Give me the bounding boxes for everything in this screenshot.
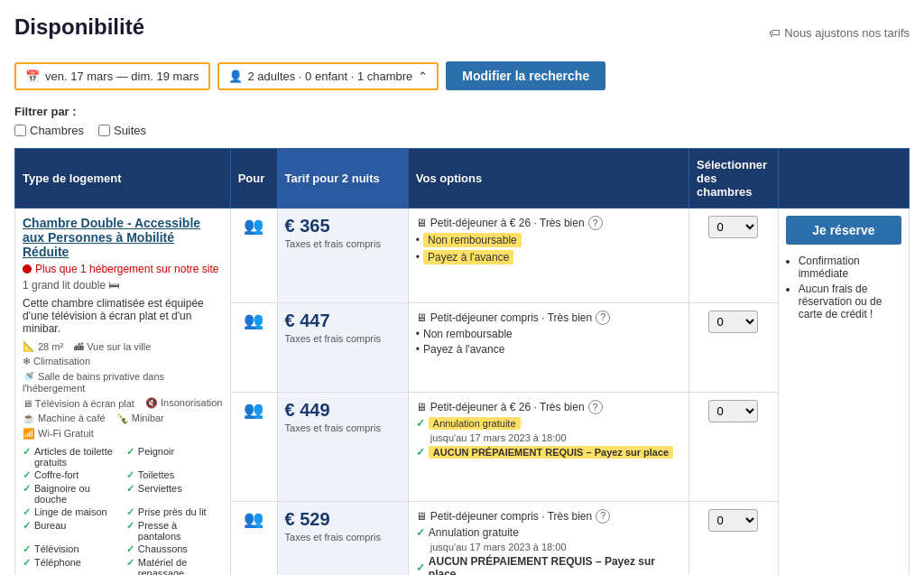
room-select-4[interactable]: 012 bbox=[708, 509, 758, 532]
pour-cell-2: 👥 bbox=[230, 302, 277, 392]
hebergement-warning: Plus que 1 hébergement sur notre site bbox=[23, 263, 223, 275]
payment-1: • Payez à l'avance bbox=[416, 250, 681, 264]
price-2: € 447 bbox=[285, 311, 401, 331]
options-cell-3: 🖥 Petit-déjeuner à € 26 · Très bien ? ✓ … bbox=[408, 393, 688, 502]
chevron-icon: ⌃ bbox=[418, 70, 428, 83]
amenity-bath: 🚿 Salle de bains privative dans l'héberg… bbox=[23, 371, 223, 394]
cancellation-tag-3: Annulation gratuite bbox=[429, 417, 521, 430]
search-bar: 📅 ven. 17 mars — dim. 19 mars 👤 2 adulte… bbox=[14, 61, 910, 90]
calendar-icon: 📅 bbox=[25, 70, 40, 83]
cancellation-2: • Non remboursable bbox=[416, 328, 681, 340]
info-icon-4[interactable]: ? bbox=[596, 509, 610, 524]
included-item: ✓Bureau bbox=[23, 520, 119, 542]
bed-type: 1 grand lit double 🛏 bbox=[23, 279, 223, 292]
included-item: ✓Serviettes bbox=[126, 483, 223, 505]
page-title: Disponibilité bbox=[14, 14, 144, 40]
options-cell-4: 🖥 Petit-déjeuner compris · Très bien ? ✓… bbox=[408, 501, 688, 575]
amenity-soundproof: 🔇 Insonorisation bbox=[145, 397, 223, 409]
payment-tag-1: Payez à l'avance bbox=[423, 250, 513, 264]
price-sub-3: Taxes et frais compris bbox=[285, 422, 401, 433]
bed-icon: 🛏 bbox=[108, 279, 119, 292]
cancellation-1: • Non remboursable bbox=[416, 233, 681, 247]
reserve-button[interactable]: Je réserve bbox=[786, 216, 901, 245]
included-item: ✓Téléphone bbox=[23, 557, 119, 575]
payment-tag-3: AUCUN PRÉPAIEMENT REQUIS – Payez sur pla… bbox=[429, 446, 673, 459]
amenities-list: 📐 28 m² 🏙 Vue sur la ville ❄ Climatisati… bbox=[23, 340, 223, 440]
breakfast-4: 🖥 Petit-déjeuner compris · Très bien ? bbox=[416, 509, 681, 524]
tarif-cell-1: € 365 Taxes et frais compris bbox=[277, 209, 408, 303]
benefit-1: Confirmation immédiate bbox=[799, 255, 901, 280]
payment-text-4: AUCUN PRÉPAIEMENT REQUIS – Payez sur pla… bbox=[429, 555, 681, 575]
cancellation-tag-1: Non remboursable bbox=[423, 233, 522, 247]
included-item: ✓Coffre-fort bbox=[23, 469, 119, 481]
amenity-ac: ❄ Climatisation bbox=[23, 356, 90, 367]
filter-section: Filtrer par : Chambres Suites bbox=[14, 105, 910, 137]
tarif-cell-4: € 529 Taxes et frais compris bbox=[277, 501, 408, 575]
page-header: Disponibilité 🏷 Nous ajustons nos tarifs bbox=[14, 14, 910, 51]
header-select: Sélectionner des chambres bbox=[689, 149, 779, 209]
payment-2: • Payez à l'avance bbox=[416, 343, 681, 356]
info-icon-1[interactable]: ? bbox=[588, 216, 603, 230]
included-item: ✓Prise près du lit bbox=[126, 506, 223, 518]
breakfast-3: 🖥 Petit-déjeuner à € 26 · Très bien ? bbox=[416, 400, 681, 414]
included-item: ✓Toilettes bbox=[126, 469, 223, 481]
room-name-link[interactable]: Chambre Double - Accessible aux Personne… bbox=[23, 216, 200, 259]
header-pour: Pour bbox=[230, 149, 277, 209]
modify-search-button[interactable]: Modifier la recherche bbox=[446, 61, 605, 90]
price-4: € 529 bbox=[285, 509, 401, 530]
price-sub-1: Taxes et frais compris bbox=[285, 238, 401, 249]
select-cell-4: 012 bbox=[689, 501, 779, 575]
persons-icon-3: 👥 bbox=[244, 401, 263, 419]
payment-4: ✓ AUCUN PRÉPAIEMENT REQUIS – Payez sur p… bbox=[416, 555, 681, 575]
info-icon-2[interactable]: ? bbox=[596, 311, 610, 325]
benefit-2: Aucun frais de réservation ou de carte d… bbox=[799, 283, 901, 320]
filter-label: Filtrer par : bbox=[14, 105, 910, 118]
reserve-cell: Je réserve Confirmation immédiate Aucun … bbox=[778, 209, 909, 576]
pour-cell-3: 👥 bbox=[230, 393, 277, 502]
included-item: ✓Linge de maison bbox=[23, 506, 119, 518]
tag-icon: 🏷 bbox=[769, 26, 781, 40]
included-item: ✓Presse à pantalons bbox=[126, 520, 223, 542]
room-description: Cette chambre climatisée est équipée d'u… bbox=[23, 297, 223, 335]
room-select-3[interactable]: 012 bbox=[708, 400, 758, 422]
info-icon-3[interactable]: ? bbox=[588, 400, 603, 414]
filter-suites[interactable]: Suites bbox=[98, 124, 146, 137]
persons-icon-4: 👥 bbox=[244, 510, 263, 528]
cancellation-4: ✓ Annulation gratuite bbox=[416, 526, 681, 539]
persons-icon-1: 👥 bbox=[244, 217, 263, 235]
select-cell-1: 012 bbox=[689, 209, 779, 303]
guests-field[interactable]: 👤 2 adultes · 0 enfant · 1 chambre ⌃ bbox=[217, 62, 439, 90]
reserve-benefits: Confirmation immédiate Aucun frais de ré… bbox=[786, 255, 901, 320]
chambres-checkbox[interactable] bbox=[14, 125, 26, 136]
options-cell-1: 🖥 Petit-déjeuner à € 26 · Très bien ? • … bbox=[408, 209, 688, 303]
tarif-adjust: 🏷 Nous ajustons nos tarifs bbox=[769, 26, 910, 40]
date-value: ven. 17 mars — dim. 19 mars bbox=[45, 70, 199, 83]
suites-checkbox[interactable] bbox=[98, 125, 110, 136]
filter-chambres[interactable]: Chambres bbox=[14, 124, 84, 137]
amenity-tv: 🖥 Télévision à écran plat bbox=[23, 397, 134, 409]
persons-icon-2: 👥 bbox=[244, 311, 263, 329]
price-sub-2: Taxes et frais compris bbox=[285, 333, 401, 344]
amenity-size: 📐 28 m² bbox=[23, 340, 63, 352]
included-item: ✓Baignoire ou douche bbox=[23, 483, 119, 505]
price-3: € 449 bbox=[285, 400, 401, 421]
red-dot-icon bbox=[23, 264, 32, 274]
cancellation-3: ✓ Annulation gratuite bbox=[416, 417, 681, 430]
included-list: ✓Articles de toilette gratuits ✓Peignoir… bbox=[23, 445, 223, 575]
breakfast-1: 🖥 Petit-déjeuner à € 26 · Très bien ? bbox=[416, 216, 681, 230]
room-info-cell: Chambre Double - Accessible aux Personne… bbox=[15, 209, 231, 576]
tarif-cell-2: € 447 Taxes et frais compris bbox=[277, 302, 408, 392]
room-select-1[interactable]: 012 bbox=[708, 216, 758, 238]
included-item: ✓Articles de toilette gratuits bbox=[23, 446, 119, 468]
pour-cell-4: 👥 bbox=[230, 501, 277, 575]
cancellation-detail-4: jusqu'au 17 mars 2023 à 18:00 bbox=[430, 542, 681, 552]
included-item: ✓Peignoir bbox=[126, 446, 223, 468]
options-cell-2: 🖥 Petit-déjeuner compris · Très bien ? •… bbox=[408, 302, 688, 392]
screen-icon-4: 🖥 bbox=[416, 510, 427, 523]
date-field[interactable]: 📅 ven. 17 mars — dim. 19 mars bbox=[14, 62, 210, 90]
included-item: ✓Matériel de repassage bbox=[126, 557, 223, 575]
screen-icon-2: 🖥 bbox=[416, 311, 427, 324]
cancellation-detail-3: jusqu'au 17 mars 2023 à 18:00 bbox=[430, 432, 681, 443]
guests-value: 2 adultes · 0 enfant · 1 chambre bbox=[248, 70, 413, 83]
room-select-2[interactable]: 012 bbox=[708, 311, 758, 333]
